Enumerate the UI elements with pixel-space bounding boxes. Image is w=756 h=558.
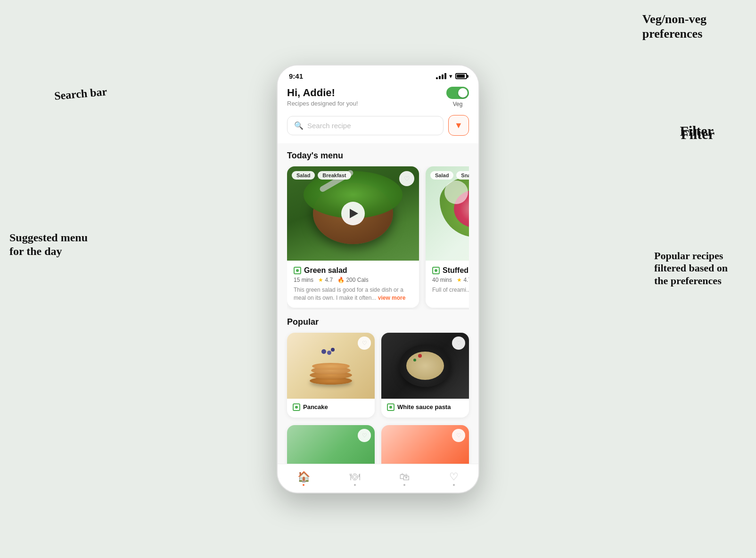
green-salad-calories: 🔥 200 Cals: [337, 277, 369, 283]
veg-toggle-label: Veg: [453, 101, 463, 107]
stuffed-rating: ★ 4.7: [457, 277, 469, 283]
search-placeholder: Search recipe: [307, 122, 351, 130]
filter-text-annotation: Filter: [681, 126, 715, 142]
more-card-2[interactable]: ♡: [381, 425, 469, 464]
filter-icon: ▼: [454, 121, 463, 131]
pasta-card[interactable]: ♡ White sauce pasta: [381, 333, 469, 418]
favorites-icon: ♡: [449, 471, 459, 483]
view-more-link[interactable]: view more: [378, 295, 406, 301]
green-salad-description: This green salad is good for a side dish…: [294, 286, 412, 302]
salad-tag: Salad: [292, 171, 315, 180]
stuffed-name: Stuffed a...: [443, 266, 469, 275]
stuffed-description: Full of creami... are a wonderf...: [432, 286, 469, 294]
green-salad-rating: ★ 4.7: [318, 277, 333, 283]
stuffed-sna-tag: Sna...: [456, 171, 469, 180]
veg-indicator: [294, 267, 301, 274]
pasta-image: ♡: [381, 333, 469, 399]
pancake-card-body: Pancake: [287, 399, 375, 418]
veg-toggle[interactable]: Veg: [446, 87, 469, 107]
more-card-1[interactable]: ♡: [287, 425, 375, 464]
green-salad-favorite-button[interactable]: ♡: [399, 171, 414, 186]
todays-menu-title: Today's menu: [287, 151, 469, 161]
popular-grid: ♡ Pancake: [287, 333, 469, 418]
status-bar: 9:41 ▾: [278, 66, 478, 83]
more-items-row: ♡ ♡: [287, 425, 469, 464]
green-salad-play-button[interactable]: [341, 202, 365, 225]
search-box[interactable]: 🔍 Search recipe: [287, 116, 444, 135]
search-section: 🔍 Search recipe ▼: [278, 115, 478, 143]
green-salad-name: Green salad: [304, 266, 347, 275]
chef-icon: 🍽: [350, 471, 360, 483]
pancake-card[interactable]: ♡ Pancake: [287, 333, 375, 418]
pancake-name: Pancake: [303, 403, 328, 410]
pasta-name: White sauce pasta: [397, 403, 451, 410]
cart-icon: 🛍: [399, 471, 410, 483]
home-active-dot: [303, 484, 304, 486]
subtitle: Recipes designed for you!: [287, 100, 358, 107]
menu-scroll: Salad Breakfast ♡ Green salad: [287, 166, 469, 310]
more-card-1-favorite-button[interactable]: ♡: [358, 429, 371, 442]
greeting: Hi, Addie!: [287, 87, 358, 99]
stuffed-image: Salad Sna... ♡: [426, 166, 469, 261]
favorites-dot: [453, 484, 455, 486]
popular-title: Popular: [287, 317, 469, 327]
more-card-2-image: ♡: [381, 425, 469, 464]
battery-icon: [455, 73, 467, 79]
wifi-icon: ▾: [449, 73, 452, 80]
pasta-name-row: White sauce pasta: [387, 403, 463, 411]
pancake-image: ♡: [287, 333, 375, 399]
veg-toggle-thumb: [458, 88, 468, 98]
stuffed-time: 40 mins: [432, 277, 452, 283]
pasta-favorite-button[interactable]: ♡: [452, 336, 465, 350]
green-salad-name-row: Green salad: [294, 266, 412, 275]
nav-cart[interactable]: 🛍: [399, 471, 410, 486]
pasta-veg-indicator: [387, 403, 394, 411]
green-salad-time: 15 mins: [294, 277, 313, 283]
popular-annotation: Popular recipesfiltered based onthe pref…: [654, 250, 728, 287]
search-icon: 🔍: [294, 121, 304, 130]
stuffed-salad-tag: Salad: [430, 171, 453, 180]
green-salad-image: Salad Breakfast ♡: [287, 166, 419, 261]
stuffed-name-row: Stuffed a...: [432, 266, 469, 275]
salad-tags: Salad Breakfast: [292, 171, 351, 180]
pasta-card-body: White sauce pasta: [381, 399, 469, 418]
more-card-1-image: ♡: [287, 425, 375, 464]
stuffed-meta: 40 mins ★ 4.7: [432, 277, 469, 283]
veg-toggle-track[interactable]: [446, 87, 469, 99]
pancake-name-row: Pancake: [293, 403, 369, 411]
green-salad-meta: 15 mins ★ 4.7 🔥 200 Cals: [294, 277, 412, 283]
phone-shell: 9:41 ▾ Hi, Addie! Recipes designed for y…: [277, 65, 479, 493]
green-salad-card[interactable]: Salad Breakfast ♡ Green salad: [287, 166, 419, 308]
status-icons: ▾: [436, 73, 467, 80]
search-annotation: Search bar: [54, 85, 107, 103]
filter-button[interactable]: ▼: [448, 115, 469, 136]
stuffed-tags: Salad Sna...: [430, 171, 469, 180]
green-salad-body: Green salad 15 mins ★ 4.7 🔥 200 Cals Thi…: [287, 261, 419, 308]
suggested-annotation: Suggested menufor the day: [9, 231, 88, 258]
cart-dot: [403, 484, 405, 486]
veg-annotation: Veg/non-vegpreferences: [642, 12, 707, 41]
signal-icon: [436, 73, 446, 79]
header: Hi, Addie! Recipes designed for you! Veg: [278, 83, 478, 115]
stuffed-card[interactable]: Salad Sna... ♡ Stuffed a... 40 mins ★ 4: [426, 166, 469, 308]
chef-dot: [354, 484, 356, 486]
breakfast-tag: Breakfast: [318, 171, 351, 180]
content-area: Today's menu Salad: [278, 143, 478, 464]
header-left: Hi, Addie! Recipes designed for you!: [287, 87, 358, 107]
stuffed-body: Stuffed a... 40 mins ★ 4.7 Full of cream…: [426, 261, 469, 300]
play-icon: [350, 209, 358, 218]
pancake-veg-indicator: [293, 403, 300, 411]
pancake-favorite-button[interactable]: ♡: [358, 336, 371, 350]
nav-favorites[interactable]: ♡: [449, 471, 459, 486]
filter-annotation: Filter: [680, 123, 714, 140]
status-time: 9:41: [289, 72, 303, 80]
stuffed-veg-indicator: [432, 267, 440, 274]
bottom-nav: 🏠 🍽 🛍 ♡: [278, 464, 478, 492]
home-icon: 🏠: [297, 471, 310, 483]
nav-home[interactable]: 🏠: [297, 471, 310, 486]
nav-chef[interactable]: 🍽: [350, 471, 360, 486]
more-card-2-favorite-button[interactable]: ♡: [452, 429, 465, 442]
